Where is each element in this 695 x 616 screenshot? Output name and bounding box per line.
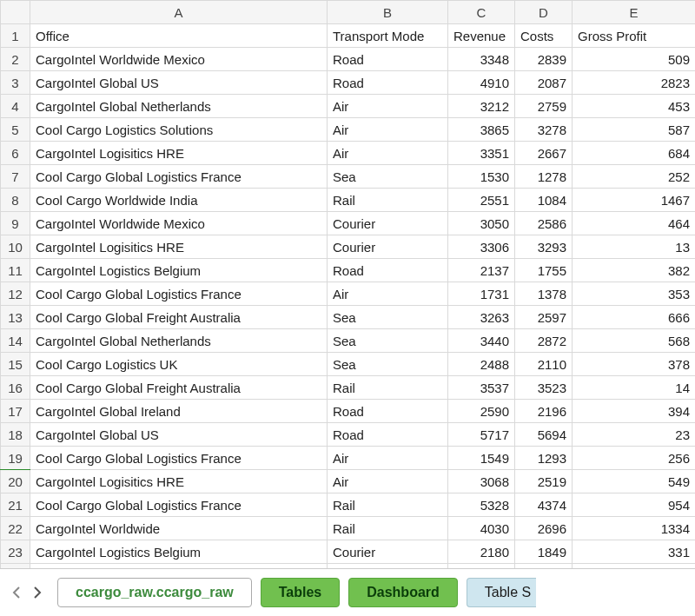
row-header[interactable]: 8 (1, 189, 30, 212)
sheet-tab-tables[interactable]: Tables (261, 578, 341, 607)
sheet-tab-dashboard[interactable]: Dashboard (348, 578, 458, 607)
row-header[interactable]: 6 (1, 142, 30, 165)
cell[interactable]: 1278 (515, 165, 573, 189)
cell[interactable]: Air (328, 118, 448, 142)
cell[interactable]: 3351 (448, 142, 515, 165)
cell[interactable]: 2110 (515, 353, 573, 376)
cell[interactable]: 2759 (515, 95, 573, 118)
cell[interactable]: 4910 (448, 71, 515, 95)
tab-nav-prev[interactable] (9, 585, 24, 600)
row-header[interactable]: 12 (1, 282, 30, 306)
cell[interactable]: Costs (515, 24, 573, 48)
cell[interactable]: Rail (328, 376, 448, 400)
cell[interactable]: 3050 (448, 212, 515, 235)
tab-nav-next[interactable] (30, 585, 45, 600)
cell[interactable]: Air (328, 470, 448, 493)
cell[interactable]: Rail (328, 493, 448, 517)
cell[interactable]: Cool Cargo Global Logistics France (30, 493, 328, 517)
cell[interactable]: 394 (573, 400, 696, 423)
cell[interactable]: Cool Cargo Global Logistics France (30, 282, 328, 306)
cell[interactable]: 3348 (448, 48, 515, 71)
select-all-corner[interactable] (1, 1, 30, 24)
row-header[interactable]: 17 (1, 400, 30, 423)
cell[interactable]: 3263 (448, 306, 515, 329)
cell[interactable]: 5328 (448, 493, 515, 517)
cell[interactable]: 1549 (448, 447, 515, 470)
cell[interactable]: 1467 (573, 189, 696, 212)
cell[interactable]: Air (328, 95, 448, 118)
cell[interactable]: 1334 (573, 517, 696, 540)
cell[interactable]: 684 (573, 142, 696, 165)
cell[interactable]: Road (328, 71, 448, 95)
cell[interactable]: Road (328, 48, 448, 71)
cell[interactable]: 1378 (515, 282, 573, 306)
cell[interactable]: Cool Cargo Global Freight Australia (30, 306, 328, 329)
cell[interactable]: Office (30, 24, 328, 48)
row-header[interactable]: 2 (1, 48, 30, 71)
cell[interactable]: 2597 (515, 306, 573, 329)
cell[interactable]: 2488 (448, 353, 515, 376)
cell[interactable]: 3865 (448, 118, 515, 142)
row-header[interactable]: 22 (1, 517, 30, 540)
cell[interactable]: Air (328, 447, 448, 470)
cell[interactable]: 3306 (448, 235, 515, 259)
cell[interactable]: CargoIntel Global Netherlands (30, 95, 328, 118)
row-header[interactable]: 9 (1, 212, 30, 235)
cell[interactable]: 2137 (448, 259, 515, 282)
cell[interactable]: Courier (328, 235, 448, 259)
cell[interactable]: Sea (328, 353, 448, 376)
row-header[interactable]: 1 (1, 24, 30, 48)
cell[interactable]: 2196 (515, 400, 573, 423)
cell[interactable]: Courier (328, 212, 448, 235)
cell[interactable]: CargoIntel Worldwide (30, 517, 328, 540)
cell[interactable]: 3293 (515, 235, 573, 259)
row-header[interactable]: 18 (1, 423, 30, 447)
cell[interactable]: Cool Cargo Global Logistics France (30, 165, 328, 189)
cell[interactable]: Courier (328, 540, 448, 564)
cell[interactable]: Sea (328, 306, 448, 329)
cell[interactable]: 666 (573, 306, 696, 329)
cell[interactable]: 587 (573, 118, 696, 142)
cell[interactable]: 2696 (515, 517, 573, 540)
cell[interactable]: 353 (573, 282, 696, 306)
cell[interactable]: 1530 (448, 165, 515, 189)
cell[interactable]: 568 (573, 329, 696, 353)
row-header[interactable]: 19 (1, 447, 30, 470)
cell[interactable]: CargoIntel Worldwide Mexico (30, 48, 328, 71)
cell[interactable]: CargoIntel Logistics Belgium (30, 259, 328, 282)
cell[interactable]: 2551 (448, 189, 515, 212)
col-header-E[interactable]: E (573, 1, 696, 24)
cell[interactable]: 549 (573, 470, 696, 493)
cell[interactable]: Road (328, 400, 448, 423)
cell[interactable]: 2823 (573, 71, 696, 95)
cell[interactable]: 3537 (448, 376, 515, 400)
cell[interactable]: Cool Cargo Global Logistics France (30, 447, 328, 470)
col-header-D[interactable]: D (515, 1, 573, 24)
cell[interactable]: 4030 (448, 517, 515, 540)
cell[interactable]: CargoIntel Logistics Belgium (30, 540, 328, 564)
row-header[interactable]: 13 (1, 306, 30, 329)
row-header[interactable]: 5 (1, 118, 30, 142)
cell[interactable]: CargoIntel Global US (30, 423, 328, 447)
cell[interactable]: 5694 (515, 423, 573, 447)
cell[interactable]: Sea (328, 329, 448, 353)
cell[interactable]: 2667 (515, 142, 573, 165)
cell[interactable]: 382 (573, 259, 696, 282)
cell[interactable]: 3068 (448, 470, 515, 493)
cell[interactable]: Gross Profit (573, 24, 696, 48)
cell[interactable]: CargoIntel Logisitics HRE (30, 235, 328, 259)
cell[interactable]: CargoIntel Logisitics HRE (30, 142, 328, 165)
cell[interactable]: Rail (328, 517, 448, 540)
cell[interactable]: 378 (573, 353, 696, 376)
cell[interactable]: CargoIntel Global Netherlands (30, 329, 328, 353)
cell[interactable]: 4374 (515, 493, 573, 517)
row-header[interactable]: 3 (1, 71, 30, 95)
col-header-B[interactable]: B (328, 1, 448, 24)
row-header[interactable]: 23 (1, 540, 30, 564)
cell[interactable]: Cool Cargo Global Freight Australia (30, 376, 328, 400)
row-header[interactable]: 16 (1, 376, 30, 400)
row-header[interactable]: 21 (1, 493, 30, 517)
row-header[interactable]: 11 (1, 259, 30, 282)
cell[interactable]: Transport Mode (328, 24, 448, 48)
cell[interactable]: 1849 (515, 540, 573, 564)
